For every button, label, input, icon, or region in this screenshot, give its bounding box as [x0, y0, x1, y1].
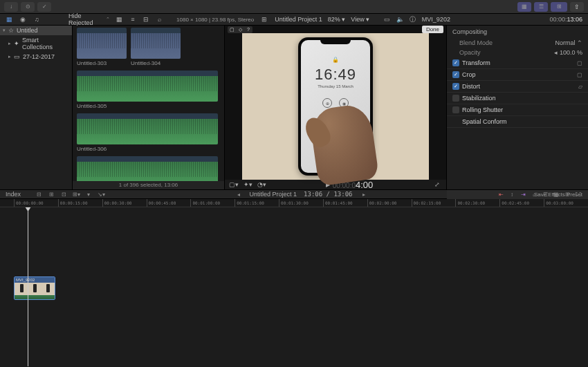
distort-row[interactable]: ✓Distort▱ — [447, 81, 588, 93]
tl-tool-1[interactable]: ⊟ — [35, 191, 43, 198]
speaker-icon[interactable]: 🔈 — [396, 16, 404, 23]
library-icon[interactable]: ▦ — [4, 15, 14, 23]
sidebar-item-date[interactable]: ▸ ▭ 27-12-2017 — [0, 52, 72, 62]
effects-browser-icon[interactable]: ⊞ — [563, 191, 571, 198]
nav-next-icon[interactable]: ▸ — [360, 191, 368, 198]
ruler-tick: 00:02:00:00 — [367, 199, 412, 207]
audio-skim-icon[interactable]: ↕ — [508, 191, 516, 198]
workspace-1-button[interactable]: ▦ — [517, 2, 531, 12]
clapper-icon: ⊞ — [259, 15, 269, 23]
import-button[interactable]: ↓ — [4, 2, 18, 12]
clip-item[interactable]: Untitled-306 — [77, 113, 218, 152]
clip-item[interactable]: Untitled-303 — [77, 28, 127, 66]
event-icon: ☆ — [8, 27, 14, 34]
distort-icon[interactable]: ? — [244, 26, 252, 33]
disclosure-icon[interactable]: ▾ — [3, 28, 6, 33]
tl-tool-3[interactable]: ⊡ — [59, 191, 68, 198]
tl-tool-2[interactable]: ⊞ — [47, 191, 55, 198]
list-view-icon[interactable]: ≡ — [129, 15, 136, 23]
inspector: Compositing Blend ModeNormal ⌃ Opacity◂ … — [446, 26, 588, 189]
rolling-shutter-row[interactable]: ✓Rolling Shutter — [447, 104, 588, 116]
filmstrip-icon[interactable]: ⊟ — [143, 15, 150, 23]
app-topbar: ↓ ⊙ ✓ ▦ ☰ ⊞ ⇧ — [0, 0, 588, 14]
hide-rejected-menu[interactable]: Hide Rejected — [68, 12, 100, 26]
transform-icon[interactable]: ▢ — [228, 26, 236, 33]
ruler-tick: 00:01:45:00 — [323, 199, 367, 207]
inspector-timecode: 00:00:13:06 — [549, 16, 582, 23]
photos-icon[interactable]: ◉ — [18, 15, 28, 23]
viewer-canvas[interactable]: 🔒 16:49 Thursday 15 March ⊕◉ — [225, 33, 446, 180]
transitions-icon[interactable]: ⛶ — [574, 191, 582, 198]
zoom-menu[interactable]: 82% ▾ — [328, 16, 346, 23]
skimming-icon[interactable]: ⇤ — [497, 191, 505, 198]
share-button[interactable]: ⇧ — [570, 2, 584, 12]
sidebar-item-untitled[interactable]: ▾ ☆ Untitled — [0, 26, 72, 35]
timeline[interactable]: MVI_9202 — [0, 207, 588, 366]
info-icon[interactable]: ⓘ — [408, 15, 418, 23]
video-inspector-icon[interactable]: ▭ — [383, 15, 392, 23]
playhead[interactable] — [28, 207, 28, 366]
compositing-header: Compositing — [447, 26, 588, 38]
folder-icon: ✦ — [14, 40, 19, 47]
format-text: 1080 × 1080 | 23.98 fps, Stereo — [176, 17, 254, 23]
workspace-3-button[interactable]: ⊞ — [551, 2, 567, 12]
opacity-row[interactable]: Opacity◂ 100.0 % — [447, 48, 588, 57]
tl-tool-5[interactable]: ▾ — [84, 191, 93, 198]
disclosure-icon[interactable]: ▸ — [8, 41, 11, 46]
tl-layout-icon[interactable]: ▦ — [552, 191, 560, 198]
search-icon[interactable]: ⌕ — [156, 15, 163, 23]
timeline-clip-label: MVI_9202 — [15, 277, 55, 283]
effects-icon[interactable]: ▢▾ — [229, 180, 239, 189]
spatial-conform-row[interactable]: Spatial Conform — [447, 116, 588, 128]
stabilization-row[interactable]: ✓Stabilization — [447, 93, 588, 104]
bgtasks-button[interactable]: ✓ — [37, 2, 51, 12]
index-button[interactable]: Index — [0, 191, 28, 198]
grid-view-icon[interactable]: ▦ — [116, 15, 123, 23]
ruler-tick: 00:00:00:00 — [14, 199, 58, 207]
enhance-icon[interactable]: ✦▾ — [243, 180, 252, 189]
blend-mode-row[interactable]: Blend ModeNormal ⌃ — [447, 38, 588, 48]
phone-time: 16:49 — [315, 66, 356, 84]
ruler-tick: 00:02:45:00 — [499, 199, 544, 207]
snap-icon[interactable]: ⌕ — [530, 191, 538, 198]
sidebar-item-label: Untitled — [17, 27, 38, 34]
clip-item[interactable]: Untitled-305 — [77, 70, 218, 109]
keyword-button[interactable]: ⊙ — [21, 2, 35, 12]
project-title[interactable]: Untitled Project 1 — [275, 16, 322, 23]
transform-row[interactable]: ✓Transform▢ — [447, 57, 588, 69]
nav-prev-icon[interactable]: ◂ — [235, 191, 243, 198]
music-icon[interactable]: ♫ — [32, 15, 42, 23]
timeline-project-name: Untitled Project 1 — [250, 191, 297, 198]
crop-icon[interactable]: ◇ — [236, 26, 244, 33]
ruler-tick: 00:03:00:00 — [544, 199, 588, 207]
timeline-ruler[interactable]: 00:00:00:0000:00:15:0000:00:30:0000:00:4… — [0, 199, 588, 207]
ruler-tick: 00:02:30:00 — [455, 199, 499, 207]
folder-icon: ▭ — [14, 53, 20, 60]
ruler-tick: 00:01:30:00 — [279, 199, 323, 207]
inspector-clip-name: MVI_9202 — [422, 16, 450, 23]
tl-view-icon[interactable]: ☰ — [541, 191, 549, 198]
ruler-tick: 00:00:15:00 — [58, 199, 102, 207]
ruler-tick: 00:00:45:00 — [147, 199, 191, 207]
ruler-tick: 00:00:30:00 — [102, 199, 147, 207]
view-menu[interactable]: View ▾ — [351, 16, 369, 23]
tl-tool-4[interactable]: ⊞▾ — [72, 191, 80, 198]
sidebar-item-smart[interactable]: ▸ ✦ Smart Collections — [0, 35, 72, 52]
disclosure-icon[interactable]: ▸ — [8, 54, 11, 59]
ruler-tick: 00:02:15:00 — [412, 199, 456, 207]
library-sidebar: ▾ ☆ Untitled ▸ ✦ Smart Collections ▸ ▭ 2… — [0, 26, 73, 189]
fullscreen-icon[interactable]: ⤢ — [432, 180, 442, 189]
workspace-2-button[interactable]: ☰ — [534, 2, 548, 12]
clip-item[interactable]: Untitled-304 — [131, 28, 181, 66]
solo-icon[interactable]: ⇥ — [519, 191, 527, 198]
ruler-tick: 00:01:15:00 — [235, 199, 279, 207]
retime-icon[interactable]: ◔▾ — [257, 180, 266, 189]
browser-status: 1 of 396 selected, 13:06 — [73, 181, 224, 189]
sidebar-item-label: 27-12-2017 — [23, 53, 55, 60]
timeline-clip[interactable]: MVI_9202 — [14, 276, 55, 300]
tl-tool-6[interactable]: ↘▾ — [97, 191, 105, 198]
done-button[interactable]: Done — [422, 26, 443, 33]
crop-row[interactable]: ✓Crop▢ — [447, 69, 588, 81]
timeline-timecode: 13:06 / 13:06 — [304, 191, 352, 198]
transform-tools[interactable]: ▢ ◇ ? — [228, 26, 252, 33]
